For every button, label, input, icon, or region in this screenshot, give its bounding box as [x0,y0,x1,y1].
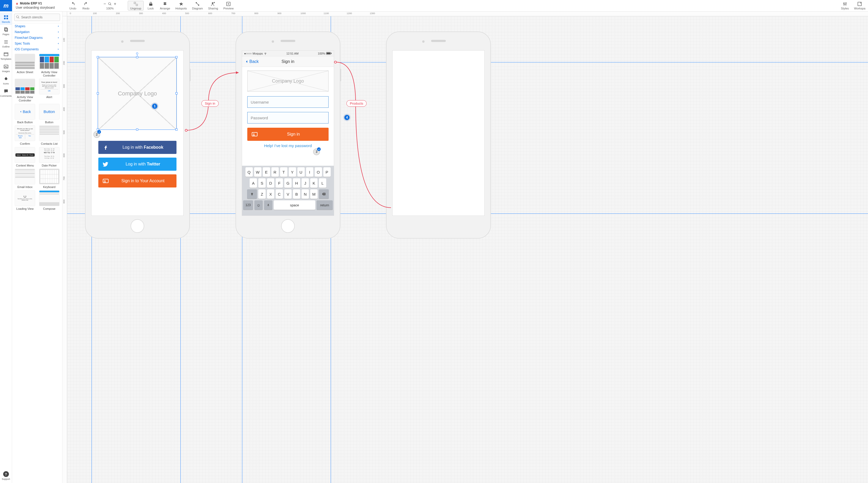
emoji-key[interactable]: ☺ [254,200,263,210]
key-y[interactable]: Y [289,167,296,177]
ruler-horizontal[interactable]: 0100200300400500600700800900100011001200… [67,11,868,16]
diagram-button[interactable]: Diagram [189,0,206,11]
key-i[interactable]: I [306,167,313,177]
stencil-action-sheet[interactable]: Action Sheet [13,54,37,77]
cat-ios[interactable]: iOS Components [12,46,62,52]
return-key[interactable]: return [316,200,333,210]
sharing-button[interactable]: Sharing [206,0,221,11]
key-r[interactable]: R [271,167,279,177]
back-button[interactable]: Back [245,59,259,64]
cat-flowchart[interactable]: Flowchart Diagrams [12,35,62,41]
key-a[interactable]: A [250,178,257,188]
rotate-handle[interactable] [136,53,138,55]
shift-key[interactable] [247,189,257,199]
ruler-vertical[interactable]: 100200300400500600700800 [62,16,67,483]
zoom-out-icon[interactable]: − [103,2,106,6]
flow-endpoint[interactable] [185,129,187,132]
key-b[interactable]: B [293,189,300,199]
redo-button[interactable]: Redo [80,0,93,11]
arrange-button[interactable]: Arrange [157,0,173,11]
comment-badge-1[interactable]: 1 [151,102,158,110]
search-input[interactable] [14,13,60,21]
rail-images[interactable]: Images [0,62,12,74]
backspace-key[interactable] [319,189,329,199]
canvas[interactable]: Company Logo Log in with Facebook Log in… [67,16,868,483]
rail-icons[interactable]: Icons [0,74,12,87]
stencil-back-button[interactable]: BackBack Button [13,104,37,124]
numeric-key[interactable]: 123 [243,200,253,210]
resize-handle[interactable] [136,128,138,131]
key-h[interactable]: H [293,178,300,188]
key-t[interactable]: T [280,167,287,177]
stencil-search[interactable] [14,13,60,21]
rail-templates[interactable]: Templates [0,50,12,62]
key-d[interactable]: D [267,178,274,188]
app-logo[interactable]: m [0,0,12,11]
forgot-password-link[interactable]: Help! I've lost my password [247,143,329,148]
signin-account-button[interactable]: Sign in to Your Account [98,174,177,188]
resize-handle[interactable] [176,92,178,94]
key-v[interactable]: V [284,189,291,199]
key-q[interactable]: Q [245,167,253,177]
rail-comments[interactable]: Comments [0,87,12,99]
key-w[interactable]: W [254,167,261,177]
key-z[interactable]: Z [258,189,266,199]
flow-label-products[interactable]: Products [346,100,367,107]
rail-outline[interactable]: Outline [0,37,12,50]
username-field[interactable]: Username [247,96,329,108]
key-o[interactable]: O [315,167,322,177]
zoom-in-icon[interactable]: + [113,2,117,6]
key-m[interactable]: M [310,189,317,199]
stencil-compose[interactable]: Compose [37,190,61,211]
stencil-alert[interactable]: Your pizza is here!Thank you for your or… [37,79,61,102]
twitter-login-button[interactable]: Log in with Twitter [98,158,177,171]
flow-connector-products[interactable] [335,61,392,218]
zoom-control[interactable]: −+ 100% [100,0,120,11]
project-title-block[interactable]: Mobile ERP V1 User onboarding storyboard [12,0,59,11]
key-n[interactable]: N [302,189,309,199]
logo-placeholder-small[interactable]: Company Logo [247,70,329,92]
key-g[interactable]: G [284,178,291,188]
stencil-activity-view-2[interactable]: Activity View Controller [13,79,37,102]
workspace-button[interactable]: Workspa [851,0,868,11]
ungroup-button[interactable]: Ungroup [128,1,144,10]
cat-shapes[interactable]: Shapes [12,23,62,29]
password-field[interactable]: Password [247,112,329,124]
hotspots-button[interactable]: Hotspots [173,0,189,11]
rail-support[interactable]: ?Support [0,469,12,483]
facebook-login-button[interactable]: Log in with Facebook [98,141,177,154]
preview-button[interactable]: Preview [221,0,236,11]
stencil-loading-view[interactable]: Sending your pizza order, please waitLoa… [13,190,37,211]
key-u[interactable]: U [298,167,305,177]
mic-key[interactable] [264,200,273,210]
stencil-confirm[interactable]: Would you like to eat some pizza?Everybo… [13,125,37,146]
stencil-keyboard[interactable]: Keyboard [37,169,61,189]
key-x[interactable]: X [267,189,274,199]
styles-button[interactable]: Styles [838,0,851,11]
cat-spec[interactable]: Spec Tools [12,41,62,46]
resize-handle[interactable] [97,92,99,94]
key-e[interactable]: E [263,167,270,177]
resize-handle[interactable] [97,56,99,58]
key-k[interactable]: K [310,178,317,188]
key-s[interactable]: S [258,178,266,188]
ios-keyboard[interactable]: QWERTYUIOP ASDFGHJKL ZXCVBNM 123 ☺ [242,166,334,216]
space-key[interactable]: space [274,200,315,210]
stencil-date-picker[interactable]: Mon 5 Apr 15 59Tue 6 Apr 16 00Wed 7 Apr … [37,147,61,167]
flow-endpoint[interactable] [334,61,337,63]
resize-handle[interactable] [136,56,138,58]
rail-stencils[interactable]: Stencils [0,12,12,25]
stencil-email-inbox[interactable]: Email Inbox [13,169,37,189]
phone-frame-3[interactable] [386,31,491,238]
key-p[interactable]: P [323,167,331,177]
comment-badge-2[interactable]: 2 [93,131,100,138]
signin-submit-button[interactable]: Sign in [247,128,329,141]
stencil-contacts-list[interactable]: Contacts List [37,125,61,146]
undo-button[interactable]: Undo [66,0,80,11]
phone-frame-2[interactable]: ●○○○○Moqups 12:51 AM 100% Back Sign in C… [236,31,340,238]
flow-label-signin[interactable]: Sign in [202,100,219,107]
stencil-context-menu[interactable]: SelectSelect AllPasteContext Menu [13,147,37,167]
phone3-screen[interactable] [392,50,485,216]
key-f[interactable]: F [276,178,283,188]
key-c[interactable]: C [276,189,283,199]
